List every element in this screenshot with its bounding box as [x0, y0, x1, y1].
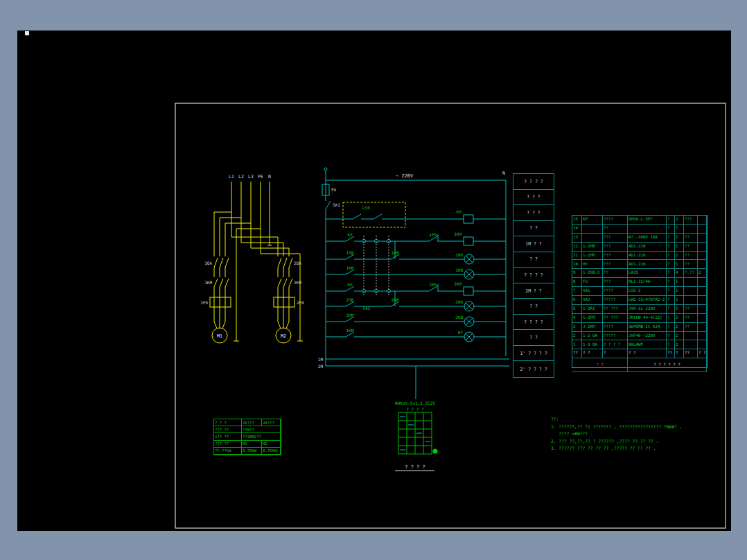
bom-cell: 1-2FR — [582, 314, 603, 323]
fuse-fu-label: FU — [331, 187, 337, 192]
title-block-cell: ?? ??kW — [214, 448, 242, 455]
limit-switch-ls0-label: LS0 — [362, 205, 370, 210]
bom-cell: ? — [667, 340, 675, 349]
aux-2km-label: 2KM — [392, 297, 399, 302]
coil-1km-label: 1KM — [454, 231, 462, 236]
bom-cell: ???? — [603, 216, 628, 225]
bom-cell: 2 — [675, 340, 684, 349]
title-block-cell: 2#??? — [262, 419, 281, 426]
bom-cell: ????? — [603, 332, 628, 341]
function-table-row: ? ? — [513, 299, 554, 315]
function-table-row: ? ? ? ? — [513, 174, 554, 190]
bom-cell: 7 — [572, 287, 582, 296]
bom-cell: 2 — [675, 314, 684, 323]
bom-cell — [698, 225, 707, 234]
title-block-cell: ??? ?? — [214, 441, 242, 448]
function-table-row: ? ? — [513, 252, 554, 268]
bus-1m-label: 1M — [318, 357, 324, 362]
bom-cell: 3W45MB-IC AJA — [628, 323, 667, 332]
switch-sa1-symbol — [326, 184, 331, 209]
motor-m2-label: M2 — [281, 333, 286, 339]
selector-sa2-label: SA2 — [363, 306, 371, 310]
bom-cell: 4 — [572, 314, 582, 323]
lamp-hy-label: HY — [458, 330, 464, 335]
contact-1km-label: 1KM — [346, 265, 354, 270]
neutral-label: N — [268, 174, 271, 180]
note-line: ??: — [551, 416, 683, 423]
bom-cell: ? — [667, 332, 675, 341]
bom-cell: J0 — [572, 260, 582, 269]
bom-cell: ???? — [603, 287, 628, 296]
phase-l3-label: L3 — [248, 174, 254, 180]
bom-cell: 1-2R1 — [582, 305, 603, 314]
cad-canvas[interactable]: L1L2L3PEN1QA2QA1KM2KM1FR2FRM1M2FUSA1~ 22… — [17, 30, 731, 531]
contact-2fr-label: 2FR — [430, 282, 437, 287]
title-block-cell: M1 — [242, 441, 262, 448]
phase-l1-label: L1 — [229, 174, 234, 180]
phase-l2-label: L2 — [238, 174, 244, 180]
bom-cell — [628, 225, 667, 234]
function-table-row: ? ? ? — [513, 190, 554, 206]
bom-cell — [698, 252, 707, 261]
bom-cell: ?? — [603, 225, 628, 234]
bom-cell: ? — [667, 260, 675, 269]
function-table-row: 1' ? ? ? ? — [513, 346, 554, 362]
bom-cell: 3 — [572, 323, 582, 332]
bom-cell: AD1-220 — [628, 243, 667, 252]
bom-cell: 1-2SB-2 — [582, 269, 603, 278]
bom-cell: SA1 — [582, 287, 603, 296]
function-table-row: 2M ? ? — [513, 283, 554, 299]
desktop-background: { "colors":{"background":"#8294ac","canv… — [0, 0, 747, 560]
bom-cell: FU — [582, 278, 603, 287]
cable-spec-label: NHKVV-5x1.5 SC25 — [395, 401, 435, 405]
bom-cell: W? ~380V 10A — [628, 234, 667, 243]
bom-cell: ? — [667, 243, 675, 252]
bom-cell: ? ? — [698, 349, 707, 358]
bom-cell: ?? — [572, 349, 582, 358]
bom-cell: ? — [675, 225, 684, 234]
title-block-cell: M2 — [262, 441, 281, 448]
note-line: 1. ??????,?? ?1 ??????? , ??????????????… — [551, 423, 683, 431]
function-table-row: 2' ? ? ? ? — [513, 361, 554, 377]
bom-cell: ??? — [684, 216, 698, 225]
bom-cell: J3 — [572, 234, 582, 243]
bom-cell: 1-2 QA — [582, 332, 603, 341]
bom-cell — [684, 225, 698, 234]
button-2sb-label: 2SB — [346, 297, 354, 302]
bom-cell — [698, 234, 707, 243]
switch-sa1-label: SA1 — [333, 202, 340, 207]
thermal-relay-2fr-symbol — [274, 297, 295, 307]
bom-cell: ? ? — [582, 349, 603, 358]
bom-cell: JR16B 44-4(22) — [628, 314, 667, 323]
lamp-2hr-label: 2HR — [455, 299, 463, 304]
bom-cell: ? — [667, 278, 675, 287]
bom-cell: 1 — [675, 278, 684, 287]
bom-cell: ? — [667, 287, 675, 296]
control-rungs — [326, 214, 506, 337]
coil-2km-symbol — [464, 287, 473, 295]
bom-cell — [698, 216, 707, 225]
title-block-cell: ??W?? — [242, 426, 281, 433]
function-table-row: ? ? ? ? — [513, 268, 554, 283]
terminal-dot — [433, 449, 438, 454]
bom-cell: ? — [667, 296, 675, 305]
bom-cell — [684, 278, 698, 287]
bom-cell: ? — [667, 216, 675, 225]
bom-cell: ? ? — [628, 349, 667, 358]
bom-cell — [684, 296, 698, 305]
bom-cell — [698, 332, 707, 341]
title-block-cell: 1?? ?? — [214, 433, 242, 440]
bom-cell: ???? — [603, 323, 628, 332]
aux-1km-label: 1KM — [392, 250, 399, 255]
bom-cell: NXLAWP — [628, 340, 667, 349]
breaker-1qa-label: 1QA — [204, 261, 212, 265]
lamp-1hr-label: 1HR — [455, 252, 463, 257]
bom-cell: J2 — [572, 243, 582, 252]
contact-kp-label: KP — [347, 232, 353, 237]
bom-cell: 1 — [675, 287, 684, 296]
bom-cell: JXF40 ~220V — [628, 332, 667, 341]
bom-cell — [698, 287, 707, 296]
selector-linkage-dashes — [364, 236, 389, 297]
coil-kp-label: KP — [457, 209, 462, 214]
bom-cell — [684, 332, 698, 341]
